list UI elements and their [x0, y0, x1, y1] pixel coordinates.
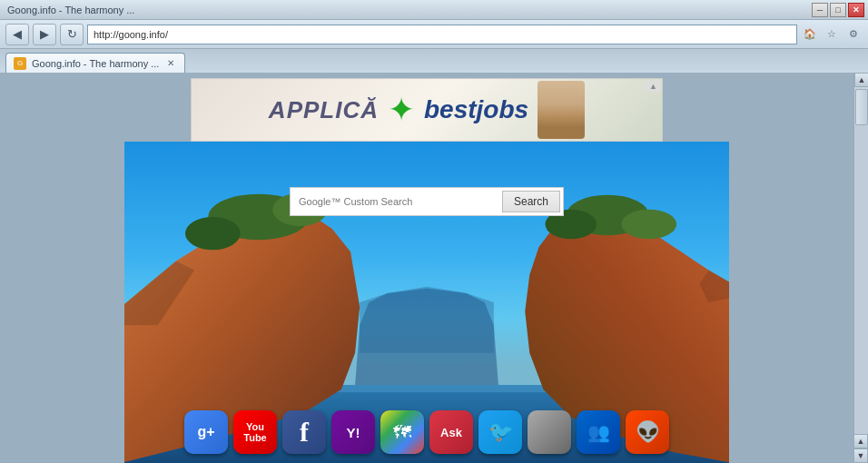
tools-icon[interactable]: ⚙ — [844, 25, 863, 44]
myspace-icon-label: 👥 — [587, 421, 610, 443]
content-area: ▲ APPLICĂ ✦ bestjobs — [0, 73, 853, 463]
refresh-button[interactable]: ↻ — [60, 24, 84, 45]
facebook-icon-label: f — [300, 417, 309, 448]
scroll-thumb[interactable] — [855, 89, 868, 125]
yahoo-icon-label: Y! — [347, 425, 360, 440]
forward-button[interactable]: ▶ — [33, 24, 56, 45]
dock-icon-yahoo[interactable]: Y! — [331, 410, 375, 454]
icon-dock: g+ YouTube f Y! 🗺 Ask 🐦 — [184, 410, 669, 454]
title-bar: Goong.info - The harmony ... ─ □ ✕ — [0, 0, 868, 20]
dock-icon-twitter[interactable]: 🐦 — [478, 410, 522, 454]
ad-brand: bestjobs — [424, 95, 528, 124]
tab-goong[interactable]: G Goong.info - The harmony ... ✕ — [5, 53, 185, 73]
dock-icon-facebook[interactable]: f — [282, 410, 326, 454]
address-bar[interactable] — [87, 25, 797, 44]
navigation-bar: ◀ ▶ ↻ 🏠 ☆ ⚙ — [0, 20, 868, 49]
maximize-button[interactable]: □ — [830, 3, 846, 17]
tab-label: Goong.info - The harmony ... — [32, 58, 159, 69]
dock-icon-apple[interactable] — [528, 410, 571, 454]
dock-icon-reddit[interactable]: 👽 — [626, 410, 669, 454]
dock-icon-myspace[interactable]: 👥 — [577, 410, 620, 454]
reddit-icon-label: 👽 — [636, 420, 660, 444]
search-button[interactable]: Search — [502, 191, 560, 212]
window-title: Goong.info - The harmony ... — [7, 5, 134, 15]
ad-content: APPLICĂ ✦ bestjobs — [269, 81, 585, 139]
dock-icon-google[interactable]: g+ — [184, 410, 228, 454]
home-icon[interactable]: 🏠 — [801, 25, 819, 44]
tab-favicon: G — [14, 57, 26, 70]
dock-icon-ask[interactable]: Ask — [429, 410, 473, 454]
dock-icon-maps[interactable]: 🗺 — [380, 410, 424, 454]
dock-icon-youtube[interactable]: YouTube — [233, 410, 277, 454]
ask-icon-label: Ask — [440, 426, 462, 439]
ad-person-image — [538, 81, 585, 139]
tab-bar: G Goong.info - The harmony ... ✕ — [0, 49, 868, 73]
twitter-icon-label: 🐦 — [488, 420, 513, 444]
scroll-bottom-area: ▲ ▼ — [853, 434, 868, 463]
scroll-corner-down[interactable]: ▼ — [853, 448, 868, 463]
youtube-icon-label: YouTube — [243, 421, 266, 443]
tab-close-button[interactable]: ✕ — [164, 57, 177, 70]
nav-icon-group: 🏠 ☆ ⚙ — [801, 25, 863, 44]
browser-window: Goong.info - The harmony ... ─ □ ✕ ◀ ▶ ↻… — [0, 0, 868, 463]
svg-point-4 — [185, 217, 241, 250]
ad-text1: APPLICĂ — [269, 96, 379, 124]
favorites-star-icon[interactable]: ☆ — [823, 25, 841, 44]
google-icon-label: g+ — [197, 424, 214, 440]
ad-badge[interactable]: ▲ — [646, 81, 660, 92]
search-bar-container: Search — [290, 187, 564, 216]
scroll-up-button[interactable]: ▲ — [854, 73, 868, 87]
maps-icon-label: 🗺 — [393, 422, 411, 443]
back-button[interactable]: ◀ — [5, 24, 29, 45]
scroll-corner-up[interactable]: ▲ — [853, 434, 868, 448]
ad-banner: ▲ APPLICĂ ✦ bestjobs — [191, 78, 663, 142]
close-button[interactable]: ✕ — [848, 3, 864, 17]
website-main-area: Search g+ YouTube f Y! 🗺 — [124, 142, 729, 463]
svg-point-7 — [621, 210, 676, 239]
scrollbar-vertical: ▲ ▼ — [853, 73, 868, 463]
minimize-button[interactable]: ─ — [812, 3, 828, 17]
search-input[interactable] — [293, 191, 502, 212]
ad-star-icon: ✦ — [388, 91, 415, 129]
window-controls: ─ □ ✕ — [812, 3, 864, 17]
